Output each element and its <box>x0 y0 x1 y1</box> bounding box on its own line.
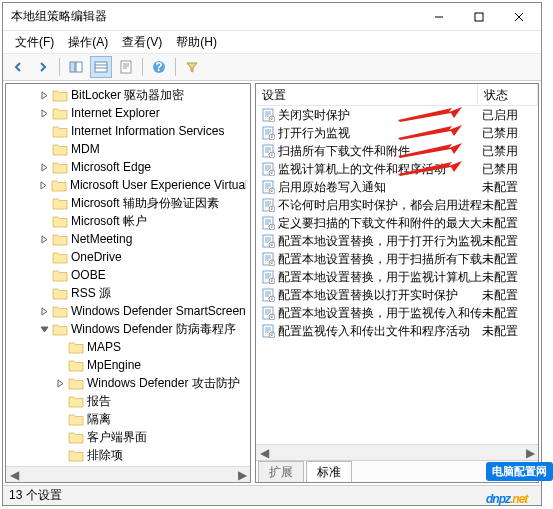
tree-item[interactable]: Windows Defender 防病毒程序 <box>6 320 250 338</box>
tree-item[interactable]: Windows Defender SmartScreen <box>6 302 250 320</box>
tree-item[interactable]: Microsoft 辅助身份验证因素 <box>6 194 250 212</box>
chevron-right-icon[interactable] <box>38 89 50 101</box>
tree-item[interactable]: MDM <box>6 140 250 158</box>
setting-status: 未配置 <box>482 215 534 232</box>
tree-item[interactable]: NetMeeting <box>6 230 250 248</box>
tree-hscroll[interactable]: ◀ ▶ <box>6 466 250 482</box>
tree-item[interactable]: MpEngine <box>6 356 250 374</box>
folder-icon <box>52 88 68 102</box>
column-setting[interactable]: 设置 <box>256 84 478 105</box>
properties-button[interactable] <box>115 56 137 78</box>
tree-item-label: 报告 <box>87 393 111 410</box>
list-row[interactable]: 配置本地设置替换，用于监视计算机上…未配置 <box>256 268 538 286</box>
list-row[interactable]: 不论何时启用实时保护，都会启用进程…未配置 <box>256 196 538 214</box>
logo-badge: 电脑配置网 <box>486 462 553 481</box>
setting-status: 已禁用 <box>482 143 534 160</box>
setting-name: 配置本地设置替换，用于扫描所有下载… <box>278 251 482 268</box>
tree-item-label: Internet Explorer <box>71 106 160 120</box>
policy-icon <box>260 251 276 267</box>
tree-item[interactable]: 报告 <box>6 392 250 410</box>
setting-name: 监视计算机上的文件和程序活动 <box>278 161 482 178</box>
tree-item[interactable]: 排除项 <box>6 446 250 464</box>
tree-item[interactable]: RSS 源 <box>6 284 250 302</box>
forward-button[interactable] <box>32 56 54 78</box>
list-row[interactable]: 定义要扫描的下载文件和附件的最大大小未配置 <box>256 214 538 232</box>
tree-item[interactable]: Internet Information Services <box>6 122 250 140</box>
scroll-left-icon[interactable]: ◀ <box>6 467 22 483</box>
policy-icon <box>260 107 276 123</box>
statusbar: 13 个设置 <box>3 485 541 505</box>
scroll-left-icon[interactable]: ◀ <box>256 445 272 461</box>
folder-icon <box>52 286 68 300</box>
tree-item-label: Internet Information Services <box>71 124 224 138</box>
main-window: 本地组策略编辑器 文件(F) 操作(A) 查看(V) 帮助(H) ? BitLo… <box>2 2 542 506</box>
chevron-right-icon[interactable] <box>38 305 50 317</box>
list-row[interactable]: 扫描所有下载文件和附件已禁用 <box>256 142 538 160</box>
menu-file[interactable]: 文件(F) <box>9 32 60 53</box>
tree-item[interactable]: 签名更新 <box>6 464 250 466</box>
setting-name: 配置本地设置替换，用于打开行为监视 <box>278 233 482 250</box>
tab-extended[interactable]: 扩展 <box>258 461 304 483</box>
list-view-button[interactable] <box>90 56 112 78</box>
close-button[interactable] <box>499 3 539 31</box>
setting-name: 启用原始卷写入通知 <box>278 179 482 196</box>
minimize-button[interactable] <box>419 3 459 31</box>
menu-action[interactable]: 操作(A) <box>62 32 114 53</box>
scroll-right-icon[interactable]: ▶ <box>522 445 538 461</box>
list-scroll[interactable]: 关闭实时保护已启用打开行为监视已禁用扫描所有下载文件和附件已禁用监视计算机上的文… <box>256 106 538 444</box>
list-row[interactable]: 打开行为监视已禁用 <box>256 124 538 142</box>
list-row[interactable]: 配置监视传入和传出文件和程序活动未配置 <box>256 322 538 340</box>
back-button[interactable] <box>7 56 29 78</box>
tree-item[interactable]: Internet Explorer <box>6 104 250 122</box>
list-row[interactable]: 配置本地设置替换，用于扫描所有下载…未配置 <box>256 250 538 268</box>
chevron-right-icon[interactable] <box>38 107 50 119</box>
folder-icon <box>52 250 68 264</box>
tree-item[interactable]: Microsoft User Experience Virtualiza <box>6 176 250 194</box>
tree-item[interactable]: MAPS <box>6 338 250 356</box>
tree-item[interactable]: OOBE <box>6 266 250 284</box>
chevron-right-icon[interactable] <box>54 377 66 389</box>
tree-item-label: MAPS <box>87 340 121 354</box>
list-row[interactable]: 监视计算机上的文件和程序活动已禁用 <box>256 160 538 178</box>
setting-status: 已禁用 <box>482 125 534 142</box>
menu-view[interactable]: 查看(V) <box>116 32 168 53</box>
twisty-none <box>54 431 66 443</box>
folder-icon <box>52 160 68 174</box>
list-row[interactable]: 配置本地设置替换以打开实时保护未配置 <box>256 286 538 304</box>
menu-help[interactable]: 帮助(H) <box>170 32 223 53</box>
tree-scroll[interactable]: BitLocker 驱动器加密Internet ExplorerInternet… <box>6 84 250 466</box>
tree-item[interactable]: Windows Defender 攻击防护 <box>6 374 250 392</box>
folder-icon <box>68 448 84 462</box>
tree-item[interactable]: 客户端界面 <box>6 428 250 446</box>
tab-standard[interactable]: 标准 <box>306 461 352 483</box>
twisty-none <box>38 197 50 209</box>
show-tree-button[interactable] <box>65 56 87 78</box>
chevron-right-icon[interactable] <box>38 179 49 191</box>
setting-status: 未配置 <box>482 269 534 286</box>
list-row[interactable]: 启用原始卷写入通知未配置 <box>256 178 538 196</box>
chevron-down-icon[interactable] <box>38 323 50 335</box>
policy-icon <box>260 179 276 195</box>
list-row[interactable]: 关闭实时保护已启用 <box>256 106 538 124</box>
setting-status: 未配置 <box>482 323 534 340</box>
chevron-right-icon[interactable] <box>38 161 50 173</box>
filter-button[interactable] <box>181 56 203 78</box>
tree-item[interactable]: Microsoft Edge <box>6 158 250 176</box>
maximize-button[interactable] <box>459 3 499 31</box>
tree-item[interactable]: BitLocker 驱动器加密 <box>6 86 250 104</box>
list-row[interactable]: 配置本地设置替换，用于监视传入和传…未配置 <box>256 304 538 322</box>
tree-item[interactable]: 隔离 <box>6 410 250 428</box>
twisty-none <box>38 215 50 227</box>
setting-name: 配置本地设置替换，用于监视传入和传… <box>278 305 482 322</box>
column-status[interactable]: 状态 <box>478 84 538 105</box>
list-hscroll[interactable]: ◀ ▶ <box>256 444 538 460</box>
tree-item[interactable]: Microsoft 帐户 <box>6 212 250 230</box>
help-button[interactable]: ? <box>148 56 170 78</box>
tree-item[interactable]: OneDrive <box>6 248 250 266</box>
chevron-right-icon[interactable] <box>38 233 50 245</box>
list-row[interactable]: 配置本地设置替换，用于打开行为监视未配置 <box>256 232 538 250</box>
scroll-right-icon[interactable]: ▶ <box>234 467 250 483</box>
list-pane: 设置 状态 关闭实时保护已启用打开行为监视已禁用扫描所有下载文件和附件已禁用监视… <box>255 83 539 483</box>
folder-icon <box>68 376 84 390</box>
content-area: BitLocker 驱动器加密Internet ExplorerInternet… <box>3 81 541 485</box>
